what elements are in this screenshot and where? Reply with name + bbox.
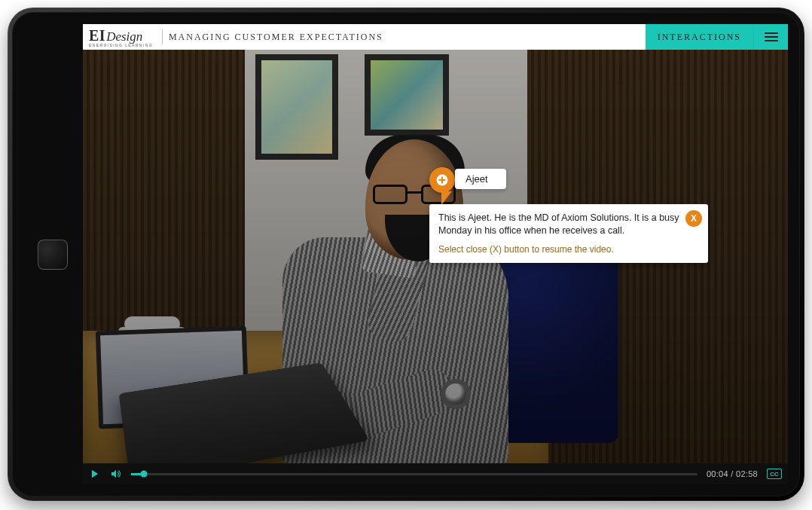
tablet-frame: EIDesign ENERGISING LEARNING MANAGING CU… [8, 8, 804, 501]
app-screen: EIDesign ENERGISING LEARNING MANAGING CU… [83, 24, 788, 484]
progress-bar[interactable] [131, 473, 698, 475]
plus-icon [435, 173, 449, 187]
cc-button[interactable]: CC [767, 469, 782, 479]
volume-icon [110, 468, 122, 480]
brand-tagline: ENERGISING LEARNING [89, 43, 153, 47]
play-icon [90, 469, 100, 479]
brand-logo: EIDesign ENERGISING LEARNING [83, 27, 160, 47]
hamburger-icon [765, 36, 778, 38]
progress-knob[interactable] [140, 471, 147, 478]
menu-button[interactable] [753, 24, 788, 50]
header-divider [162, 29, 163, 44]
volume-button[interactable] [110, 468, 122, 480]
hotspot-name-chip: Ajeet [455, 169, 506, 189]
tablet-home-button[interactable] [38, 240, 68, 270]
interactions-button[interactable]: INTERACTIONS [646, 24, 753, 50]
info-card-close-button[interactable]: X [685, 210, 702, 227]
info-card: This is Ajeet. He is the MD of Axiom Sol… [429, 204, 708, 263]
svg-marker-4 [111, 470, 116, 478]
hotspot-pointer [441, 191, 452, 205]
video-area: Ajeet This is Ajeet. He is the MD of Axi… [83, 50, 788, 463]
svg-rect-2 [439, 179, 446, 181]
brand-part-2: Design [106, 29, 142, 44]
time-display: 00:04 / 02:58 [707, 469, 758, 478]
info-card-text: This is Ajeet. He is the MD of Axiom Sol… [438, 212, 687, 237]
svg-marker-3 [92, 470, 98, 478]
scene-art-2 [365, 54, 449, 136]
video-player-bar: 00:04 / 02:58 CC [83, 463, 788, 484]
hotspot-marker[interactable] [429, 167, 455, 193]
play-button[interactable] [89, 468, 101, 480]
top-bar: EIDesign ENERGISING LEARNING MANAGING CU… [83, 24, 788, 50]
course-title: MANAGING CUSTOMER EXPECTATIONS [169, 32, 383, 43]
brand-part-1: EI [89, 27, 105, 44]
info-card-hint: Select close (X) button to resume the vi… [438, 243, 687, 255]
